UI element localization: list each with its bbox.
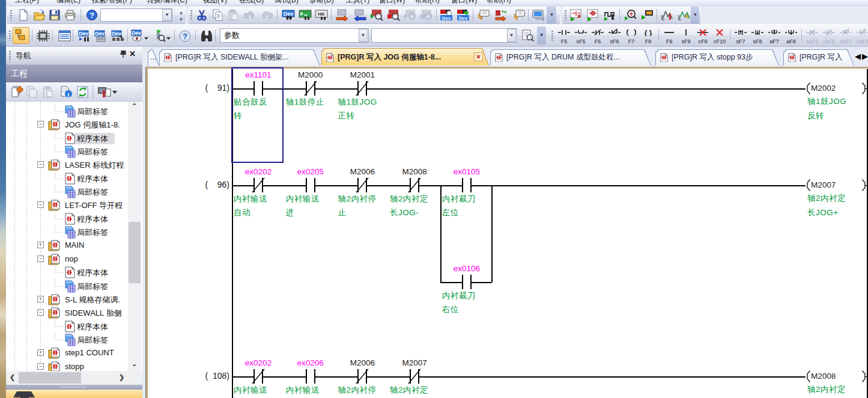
svg-text:Dev: Dev: [95, 31, 105, 37]
svg-text:Dev: Dev: [442, 16, 451, 21]
svg-text:{ }: { }: [645, 29, 652, 36]
svg-text:HK: HK: [318, 11, 325, 17]
svg-text:Dev: Dev: [112, 31, 121, 37]
svg-text:Dev: Dev: [132, 30, 141, 36]
svg-text:Dev: Dev: [284, 11, 294, 17]
svg-text:Dev: Dev: [79, 31, 88, 37]
svg-text:i: i: [68, 91, 70, 98]
svg-text:?: ?: [90, 11, 94, 20]
svg-text:Dev: Dev: [459, 16, 468, 21]
svg-text:?: ?: [183, 32, 187, 41]
